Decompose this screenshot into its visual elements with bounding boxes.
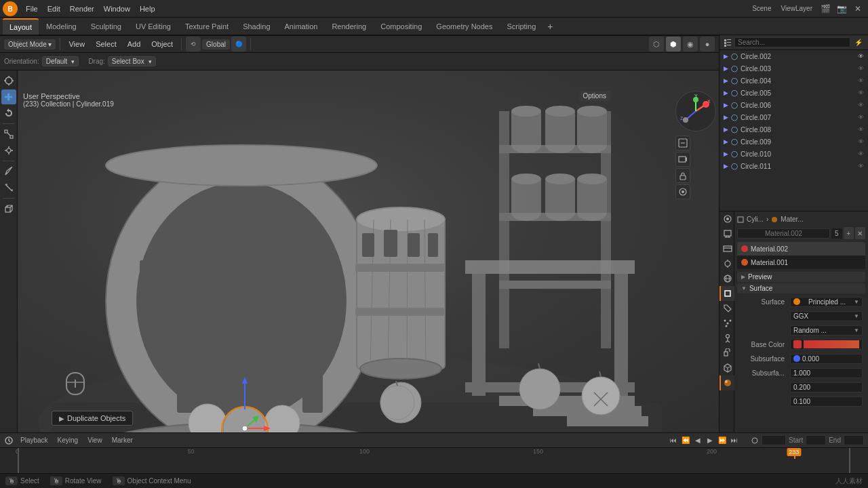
add-cube-tool[interactable] <box>1 201 16 216</box>
move-tool[interactable] <box>1 89 16 104</box>
lock-view-btn[interactable] <box>675 168 690 183</box>
tab-scripting[interactable]: Scripting <box>500 18 542 35</box>
scene-icon[interactable]: 🎬 <box>818 1 833 16</box>
surface-section-header[interactable]: ▼ Surface <box>737 283 865 293</box>
outliner-item-2[interactable]: ▶ ◯ Circle.004 👁 <box>719 75 868 87</box>
outliner-search-input[interactable] <box>734 37 850 47</box>
menu-help[interactable]: Help <box>136 3 159 14</box>
menu-edit[interactable]: Edit <box>43 3 64 14</box>
tab-sculpting[interactable]: Sculpting <box>84 18 128 35</box>
viewport-shading-render[interactable]: ● <box>700 37 715 52</box>
distribution-dropdown[interactable]: GGX ▼ <box>790 311 863 321</box>
circle-002-vis[interactable]: 👁 <box>858 53 864 60</box>
prop-tab-constraints[interactable] <box>719 346 734 361</box>
render-icon[interactable]: 📷 <box>834 1 849 16</box>
prop-tab-data[interactable] <box>719 361 734 375</box>
jump-end-btn[interactable]: ⏭ <box>729 435 740 446</box>
tab-texture-paint[interactable]: Texture Paint <box>178 18 235 35</box>
menu-render[interactable]: Render <box>66 3 98 14</box>
outliner-item-3[interactable]: ▶ ◯ Circle.005 👁 <box>719 87 868 99</box>
breadcrumb-mat[interactable]: Mater... <box>781 216 803 223</box>
tab-modeling[interactable]: Modeling <box>39 18 83 35</box>
breadcrumb-obj[interactable]: Cyli... <box>747 216 764 223</box>
next-keyframe-btn[interactable]: ⏩ <box>717 435 728 446</box>
remove-material-btn[interactable]: ✕ <box>855 227 865 239</box>
transform-tool[interactable] <box>1 143 16 158</box>
camera-view-btn[interactable] <box>675 152 690 167</box>
rotate-tool[interactable] <box>1 106 16 121</box>
surface-type-dropdown[interactable]: Principled ... ▼ <box>790 297 863 307</box>
zoom-perspective-btn[interactable] <box>675 136 690 150</box>
menu-window[interactable]: Window <box>100 3 134 14</box>
start-frame-input[interactable]: 1 <box>806 435 826 445</box>
material-item-1[interactable]: Material.001 <box>737 256 865 269</box>
outliner-item-8[interactable]: ▶ ◯ Circle.010 👁 <box>719 148 868 160</box>
base-color-value[interactable] <box>790 339 863 350</box>
scale-tool[interactable] <box>1 127 16 142</box>
prop-tab-object[interactable] <box>719 286 734 301</box>
circle-007-vis[interactable]: 👁 <box>858 114 864 121</box>
subsurfa-value-2[interactable]: 0.200 <box>790 382 863 392</box>
tab-uv-editing[interactable]: UV Editing <box>129 18 178 35</box>
current-frame-input[interactable]: 233 <box>762 435 786 445</box>
outliner-item-0[interactable]: ▶ ◯ Circle.002 👁 <box>719 50 868 62</box>
outliner-item-6[interactable]: ▶ ◯ Circle.008 👁 <box>719 123 868 136</box>
add-menu[interactable]: Add <box>123 39 145 49</box>
marker-tab[interactable]: Marker <box>109 436 136 445</box>
add-workspace-button[interactable]: + <box>543 20 557 33</box>
prop-tab-view-layer[interactable] <box>719 241 734 256</box>
viewport-3d[interactable]: User Perspective (233) Collection | Cyli… <box>18 70 719 432</box>
menu-file[interactable]: File <box>22 3 42 14</box>
new-material-btn[interactable]: + <box>844 227 854 239</box>
view-menu[interactable]: View <box>64 39 89 49</box>
options-button[interactable]: Options <box>579 91 610 101</box>
circle-006-vis[interactable]: 👁 <box>858 102 864 108</box>
circle-005-vis[interactable]: 👁 <box>858 89 864 96</box>
measure-tool[interactable] <box>1 180 16 195</box>
prop-tab-material[interactable] <box>719 375 734 390</box>
circle-011-vis[interactable]: 👁 <box>858 163 864 169</box>
object-mode-dropdown[interactable]: Object Mode ▾ <box>4 39 56 49</box>
orientation-gizmo[interactable]: X Z Y <box>675 91 716 131</box>
tab-rendering[interactable]: Rendering <box>325 18 373 35</box>
circle-008-vis[interactable]: 👁 <box>858 126 864 133</box>
circle-010-vis[interactable]: 👁 <box>858 150 864 157</box>
prop-tab-modifier[interactable] <box>719 301 734 316</box>
prop-tab-scene[interactable] <box>719 256 734 271</box>
preview-section-header[interactable]: ▶ Preview <box>737 272 865 282</box>
tab-compositing[interactable]: Compositing <box>374 18 429 35</box>
outliner-filter-btn[interactable]: ⚡ <box>853 37 864 48</box>
end-frame-input[interactable]: 250 <box>844 435 864 445</box>
circle-004-vis[interactable]: 👁 <box>858 77 864 84</box>
prop-tab-particles[interactable] <box>719 316 734 331</box>
prop-tab-world[interactable] <box>719 271 734 286</box>
close-icon[interactable]: ✕ <box>850 1 865 16</box>
viewport-shading-solid[interactable]: ⬢ <box>666 37 681 52</box>
local-view-btn[interactable] <box>675 184 690 199</box>
outliner-item-1[interactable]: ▶ ◯ Circle.003 👁 <box>719 62 868 75</box>
tab-animation[interactable]: Animation <box>278 18 325 35</box>
material-name-input[interactable] <box>737 228 830 239</box>
prop-tab-physics[interactable] <box>719 331 734 346</box>
drag-value-dropdown[interactable]: Select Box ▾ <box>108 56 156 66</box>
transform-icon[interactable]: ⟲ <box>186 37 201 52</box>
view-tab[interactable]: View <box>85 436 105 445</box>
subsurfa-value-1[interactable]: 1.000 <box>790 368 863 378</box>
prev-keyframe-btn[interactable]: ⏪ <box>680 435 691 446</box>
outliner-item-7[interactable]: ▶ ◯ Circle.009 👁 <box>719 136 868 148</box>
outliner-item-5[interactable]: ▶ ◯ Circle.007 👁 <box>719 111 868 123</box>
outliner-item-9[interactable]: ▶ ◯ Circle.011 👁 <box>719 160 868 172</box>
annotate-tool[interactable] <box>1 164 16 179</box>
playback-tab[interactable]: Playback <box>18 436 51 445</box>
subsurfa-value-3[interactable]: 0.100 <box>790 396 863 407</box>
viewport-shading-wire[interactable]: ⬡ <box>649 37 664 52</box>
subsurface-value[interactable]: 0.000 <box>790 354 863 364</box>
circle-009-vis[interactable]: 👁 <box>858 138 864 145</box>
orientation-value-dropdown[interactable]: Default ▾ <box>42 56 79 66</box>
viewport-shading-material[interactable]: ◉ <box>683 37 698 52</box>
material-item-0[interactable]: Material.002 <box>737 242 865 256</box>
random-dropdown[interactable]: Random ... ▼ <box>790 325 863 336</box>
object-menu[interactable]: Object <box>147 39 177 49</box>
tab-layout[interactable]: Layout <box>3 18 39 35</box>
orientation-dropdown[interactable]: Global <box>202 39 230 49</box>
